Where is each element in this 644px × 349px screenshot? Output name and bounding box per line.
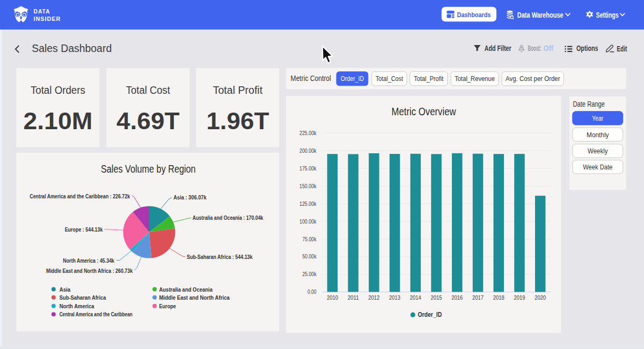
svg-text:Australia and Oceania : 170.04: Australia and Oceania : 170.04k: [193, 214, 264, 221]
svg-text:Boost:: Boost:: [528, 44, 541, 53]
svg-text:2.10M: 2.10M: [23, 108, 92, 134]
svg-text:2020: 2020: [535, 294, 546, 301]
svg-text:Total Orders: Total Orders: [31, 84, 85, 96]
svg-text:2011: 2011: [348, 294, 359, 301]
svg-text:Edit: Edit: [617, 45, 627, 53]
svg-text:Order_ID: Order_ID: [341, 75, 364, 83]
svg-text:Sub-Saharan Africa : 544.13k: Sub-Saharan Africa : 544.13k: [187, 254, 253, 260]
svg-text:2017: 2017: [472, 294, 484, 301]
svg-text:4.69T: 4.69T: [116, 108, 180, 134]
svg-text:Central America and the Caribb: Central America and the Caribbean: [60, 311, 133, 317]
svg-text:1.96T: 1.96T: [206, 108, 269, 134]
svg-text:50.00k: 50.00k: [303, 254, 317, 259]
svg-text:175.00k: 175.00k: [299, 166, 317, 172]
svg-text:Total Cost: Total Cost: [126, 84, 171, 96]
svg-text:Monthly: Monthly: [587, 131, 609, 139]
svg-text:2013: 2013: [389, 294, 400, 301]
svg-text:Add Filter: Add Filter: [485, 44, 511, 53]
svg-text:Weekly: Weekly: [588, 147, 608, 155]
svg-text:25.00k: 25.00k: [303, 271, 317, 277]
svg-text:75.00k: 75.00k: [303, 236, 317, 242]
svg-text:2012: 2012: [368, 294, 379, 301]
svg-text:Total_Cost: Total_Cost: [376, 75, 403, 83]
svg-text:2014: 2014: [410, 294, 421, 301]
svg-text:150.00k: 150.00k: [299, 183, 317, 189]
svg-text:Settings: Settings: [596, 11, 619, 19]
svg-text:INSIDER: INSIDER: [34, 16, 61, 22]
svg-text:2016: 2016: [451, 294, 463, 301]
svg-text:Sales Dashboard: Sales Dashboard: [32, 42, 112, 54]
svg-text:Total_Profit: Total_Profit: [414, 75, 443, 83]
svg-text:2015: 2015: [431, 294, 442, 301]
svg-text:2010: 2010: [327, 294, 338, 301]
svg-text:Off: Off: [544, 44, 554, 53]
svg-text:Central America and the Caribb: Central America and the Caribbean : 226.…: [30, 193, 130, 199]
svg-text:125.00k: 125.00k: [299, 201, 317, 207]
svg-text:Sub-Saharan Africa: Sub-Saharan Africa: [60, 294, 107, 301]
svg-text:Dashboards: Dashboards: [457, 11, 491, 19]
svg-text:200.00k: 200.00k: [299, 148, 317, 154]
svg-text:Asia : 306.07k: Asia : 306.07k: [173, 194, 207, 201]
svg-text:North America : 45.34k: North America : 45.34k: [63, 257, 114, 264]
svg-text:Options: Options: [576, 44, 598, 53]
svg-text:Data Warehouse: Data Warehouse: [517, 11, 564, 19]
svg-text:Total_Revenue: Total_Revenue: [455, 75, 495, 83]
svg-text:Europe : 544.13k: Europe : 544.13k: [65, 226, 103, 233]
svg-text:Year: Year: [592, 114, 604, 122]
svg-text:DATA: DATA: [34, 8, 50, 14]
svg-text:Middle East and North Africa :: Middle East and North Africa : 260.73k: [46, 268, 133, 274]
svg-text:Middle East and North Africa: Middle East and North Africa: [159, 294, 230, 301]
svg-text:2018: 2018: [493, 294, 504, 301]
svg-text:Date Range: Date Range: [573, 100, 605, 108]
svg-text:Order_ID: Order_ID: [418, 311, 442, 318]
svg-text:Asia: Asia: [60, 286, 71, 293]
svg-text:0.00: 0.00: [308, 289, 317, 295]
svg-text:Week Date: Week Date: [583, 163, 612, 171]
svg-text:Sales Volume by Region: Sales Volume by Region: [101, 163, 196, 175]
svg-text:Europe: Europe: [159, 303, 176, 309]
svg-text:Metric Overview: Metric Overview: [392, 106, 457, 117]
svg-text:Total Profit: Total Profit: [213, 84, 263, 96]
svg-text:100.00k: 100.00k: [299, 219, 317, 225]
svg-text:2019: 2019: [514, 294, 525, 301]
svg-text:Metric Control: Metric Control: [291, 75, 331, 83]
svg-text:Avg. Cost per Order: Avg. Cost per Order: [506, 75, 560, 83]
svg-text:Australia and Oceania: Australia and Oceania: [159, 286, 213, 293]
svg-text:North America: North America: [60, 303, 95, 309]
svg-text:225.00k: 225.00k: [299, 130, 317, 136]
